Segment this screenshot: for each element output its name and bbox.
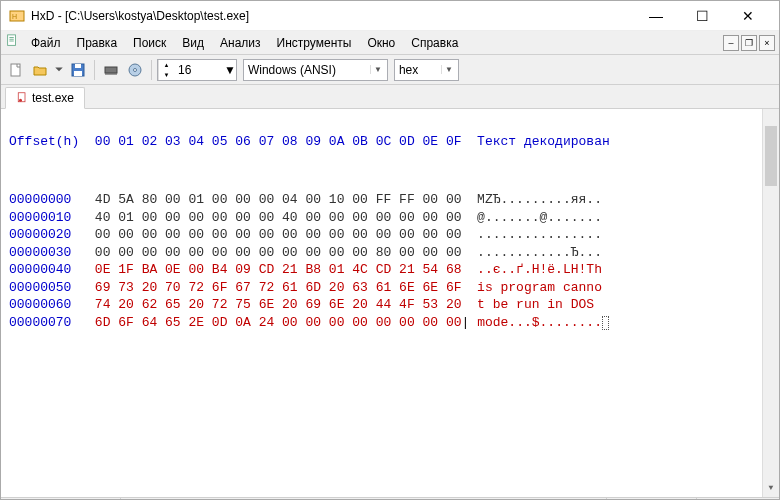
offset-value: 00000040 — [9, 262, 71, 277]
svg-point-11 — [19, 99, 22, 102]
window-title: HxD - [C:\Users\kostya\Desktop\test.exe] — [31, 9, 633, 23]
hex-bytes[interactable]: 40 01 00 00 00 00 00 00 40 00 00 00 00 0… — [95, 210, 462, 225]
new-file-button[interactable] — [5, 59, 27, 81]
offset-value: 00000000 — [9, 192, 71, 207]
offset-value: 00000030 — [9, 245, 71, 260]
hex-bytes[interactable]: 4D 5A 80 00 01 00 00 00 04 00 10 00 FF F… — [95, 192, 462, 207]
spinner-down-icon[interactable]: ▼ — [158, 70, 174, 80]
ascii-text[interactable]: MZЂ.........яя.. — [477, 192, 602, 207]
save-button[interactable] — [67, 59, 89, 81]
svg-rect-5 — [75, 64, 81, 68]
svg-rect-3 — [11, 64, 20, 76]
hex-bytes[interactable]: 0E 1F BA 0E 00 B4 09 CD 21 B8 01 4C CD 2… — [95, 262, 462, 277]
svg-rect-2 — [8, 35, 16, 46]
encoding-dropdown[interactable]: Windows (ANSI) ▼ — [243, 59, 388, 81]
tab-file[interactable]: test.exe — [5, 87, 85, 109]
hex-row[interactable]: 00000040 0E 1F BA 0E 00 B4 09 CD 21 B8 0… — [9, 261, 771, 279]
offset-value: 00000070 — [9, 315, 71, 330]
document-icon — [5, 34, 19, 51]
svg-rect-7 — [105, 67, 117, 73]
toolbar-separator — [151, 60, 152, 80]
ascii-text[interactable]: ................ — [477, 227, 602, 242]
dropdown-arrow-icon[interactable]: ▼ — [370, 65, 385, 74]
offset-value: 00000050 — [9, 280, 71, 295]
tabbar: test.exe — [1, 85, 779, 109]
menu-view[interactable]: Вид — [174, 34, 212, 52]
number-base-dropdown[interactable]: hex ▼ — [394, 59, 459, 81]
close-button[interactable]: ✕ — [725, 1, 771, 31]
svg-point-9 — [134, 68, 137, 71]
spinner-up-icon[interactable]: ▲ — [158, 60, 174, 70]
hex-header-row: Offset(h) 00 01 02 03 04 05 06 07 08 09 … — [9, 133, 771, 151]
open-ram-button[interactable] — [100, 59, 122, 81]
menu-tools[interactable]: Инструменты — [269, 34, 360, 52]
toolbar-separator — [94, 60, 95, 80]
scrollbar-thumb[interactable] — [765, 126, 777, 186]
mdi-close-button[interactable]: × — [759, 35, 775, 51]
ascii-text[interactable]: is program canno — [477, 280, 602, 295]
ascii-text[interactable]: t be run in DOS — [477, 297, 602, 312]
hex-bytes[interactable]: 69 73 20 70 72 6F 67 72 61 6D 20 63 61 6… — [95, 280, 462, 295]
titlebar: H HxD - [C:\Users\kostya\Desktop\test.ex… — [1, 1, 779, 31]
menu-edit[interactable]: Правка — [69, 34, 126, 52]
encoding-value: Windows (ANSI) — [248, 63, 368, 77]
bytes-per-row-value: 16 — [174, 63, 224, 77]
minimize-button[interactable]: — — [633, 1, 679, 31]
open-file-button[interactable] — [29, 59, 51, 81]
hex-row[interactable]: 00000020 00 00 00 00 00 00 00 00 00 00 0… — [9, 226, 771, 244]
tab-label: test.exe — [32, 91, 74, 105]
mdi-minimize-button[interactable]: – — [723, 35, 739, 51]
menubar: Файл Правка Поиск Вид Анализ Инструменты… — [1, 31, 779, 55]
menu-window[interactable]: Окно — [359, 34, 403, 52]
text-cursor — [602, 316, 609, 330]
bytes-per-row-spinner[interactable]: ▲ ▼ 16 ▼ — [157, 59, 237, 81]
scrollbar-track[interactable] — [763, 126, 779, 480]
menu-search[interactable]: Поиск — [125, 34, 174, 52]
menu-file[interactable]: Файл — [23, 34, 69, 52]
offset-value: 00000010 — [9, 210, 71, 225]
hex-bytes[interactable]: 00 00 00 00 00 00 00 00 00 00 00 00 80 0… — [95, 245, 462, 260]
hex-bytes[interactable]: 6D 6F 64 65 2E 0D 0A 24 00 00 00 00 00 0… — [95, 315, 462, 330]
dropdown-arrow-icon[interactable]: ▼ — [224, 63, 236, 77]
hex-row[interactable]: 00000030 00 00 00 00 00 00 00 00 00 00 0… — [9, 244, 771, 262]
ascii-text[interactable]: @.......@....... — [477, 210, 602, 225]
offset-value: 00000060 — [9, 297, 71, 312]
dropdown-arrow-icon[interactable]: ▼ — [441, 65, 456, 74]
hex-row[interactable]: 00000070 6D 6F 64 65 2E 0D 0A 24 00 00 0… — [9, 314, 771, 332]
ascii-text[interactable]: ............Ђ... — [477, 245, 602, 260]
modified-file-icon — [16, 92, 28, 104]
hex-row[interactable]: 00000010 40 01 00 00 00 00 00 00 40 00 0… — [9, 209, 771, 227]
hex-editor-area[interactable]: Offset(h) 00 01 02 03 04 05 06 07 08 09 … — [1, 109, 779, 497]
maximize-button[interactable]: ☐ — [679, 1, 725, 31]
vertical-scrollbar[interactable]: ▲ ▼ — [762, 109, 779, 497]
hex-row[interactable]: 00000050 69 73 20 70 72 6F 67 72 61 6D 2… — [9, 279, 771, 297]
open-disk-button[interactable] — [124, 59, 146, 81]
hex-bytes[interactable]: 74 20 62 65 20 72 75 6E 20 69 6E 20 44 4… — [95, 297, 462, 312]
number-base-value: hex — [399, 63, 439, 77]
scroll-down-button[interactable]: ▼ — [763, 480, 779, 497]
open-dropdown-button[interactable] — [53, 59, 65, 81]
app-icon: H — [9, 8, 25, 24]
menu-help[interactable]: Справка — [403, 34, 466, 52]
hex-row[interactable]: 00000000 4D 5A 80 00 01 00 00 00 04 00 1… — [9, 191, 771, 209]
svg-text:H: H — [12, 13, 17, 20]
hex-row[interactable]: 00000060 74 20 62 65 20 72 75 6E 20 69 6… — [9, 296, 771, 314]
offset-value: 00000020 — [9, 227, 71, 242]
toolbar: ▲ ▼ 16 ▼ Windows (ANSI) ▼ hex ▼ — [1, 55, 779, 85]
hex-bytes[interactable]: 00 00 00 00 00 00 00 00 00 00 00 00 00 0… — [95, 227, 462, 242]
ascii-text[interactable]: mode...$........ — [477, 315, 602, 330]
menu-analysis[interactable]: Анализ — [212, 34, 269, 52]
svg-rect-6 — [74, 71, 82, 76]
ascii-text[interactable]: ..є..ґ.Н!ё.LН!Th — [477, 262, 602, 277]
mdi-restore-button[interactable]: ❐ — [741, 35, 757, 51]
